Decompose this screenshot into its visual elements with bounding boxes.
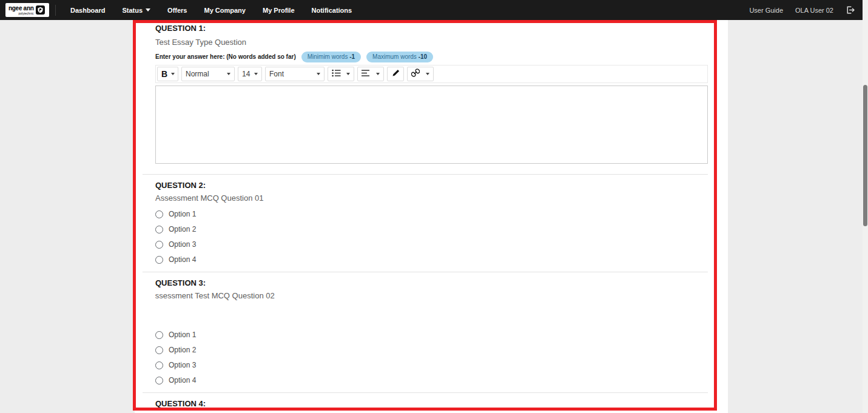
font-family-value: Font — [269, 70, 284, 78]
rich-text-toolbar: B Normal 14 Font — [155, 65, 708, 83]
question-2-options: Option 1 Option 2 Option 3 Option 4 — [155, 210, 707, 264]
nav-item-my-company[interactable]: My Company — [204, 7, 246, 14]
chevron-down-icon — [254, 73, 258, 75]
nav-item-my-company-label: My Company — [204, 7, 246, 14]
nav-item-dashboard[interactable]: Dashboard — [70, 7, 105, 14]
radio-button[interactable] — [155, 256, 163, 264]
question-2-option-4[interactable]: Option 4 — [155, 255, 707, 264]
min-words-badge-label: Minimim words — [308, 53, 349, 60]
assessment-content: QUESTION 1: Test Essay Type Question Ent… — [135, 20, 728, 413]
paragraph-style-value: Normal — [186, 70, 209, 78]
radio-button[interactable] — [155, 361, 163, 369]
question-1-answer-meta: Enter your answer here: (No words added … — [155, 52, 707, 62]
font-size-select[interactable]: 14 — [238, 67, 262, 81]
nav-item-notifications-label: Notifications — [312, 7, 352, 14]
font-size-value: 14 — [242, 70, 250, 78]
username-menu[interactable]: OLA User 02 — [795, 7, 833, 14]
pencil-icon — [392, 69, 400, 79]
option-label: Option 3 — [169, 240, 196, 249]
chevron-down-icon — [317, 73, 320, 75]
max-words-badge-label: Maximum words — [372, 53, 419, 60]
list-button[interactable] — [328, 67, 354, 81]
question-3-option-1[interactable]: Option 1 — [155, 331, 707, 339]
radio-button[interactable] — [155, 346, 163, 354]
link-icon — [411, 69, 420, 79]
list-icon — [332, 69, 341, 79]
vertical-scrollbar[interactable] — [863, 0, 868, 413]
nav-item-my-profile[interactable]: My Profile — [263, 7, 295, 14]
chevron-down-icon — [376, 73, 380, 75]
align-button[interactable] — [357, 67, 384, 81]
user-guide-link[interactable]: User Guide — [749, 7, 783, 14]
link-button[interactable] — [407, 67, 434, 81]
question-1-heading: QUESTION 1: — [155, 24, 707, 33]
chevron-down-icon — [146, 8, 150, 12]
question-2-option-3[interactable]: Option 3 — [155, 240, 707, 249]
question-3-blank-space — [155, 300, 707, 331]
min-words-badge: Minimim words -1 — [301, 52, 361, 62]
assessment-panel: QUESTION 1: Test Essay Type Question Ent… — [135, 20, 728, 413]
np-logo-text: ngee ann polytechnic — [8, 5, 34, 15]
np-logo-line2: polytechnic — [8, 12, 34, 15]
question-3-option-4[interactable]: Option 4 — [155, 376, 707, 384]
question-3-text: Assessment Test MCQ Question 02 — [155, 292, 707, 300]
navbar-right: User Guide OLA User 02 — [749, 5, 855, 15]
radio-button[interactable] — [155, 226, 163, 233]
answer-instruction-label: Enter your answer here: (No words added … — [155, 53, 296, 60]
question-2-heading: QUESTION 2: — [155, 181, 707, 190]
nav-item-offers[interactable]: Offers — [167, 7, 187, 14]
navbar-divider — [55, 5, 56, 16]
option-label: Option 3 — [169, 361, 196, 369]
option-label: Option 1 — [169, 210, 196, 218]
option-label: Option 2 — [169, 225, 196, 233]
pencil-button[interactable] — [387, 67, 404, 81]
paragraph-style-select[interactable]: Normal — [181, 67, 235, 81]
question-2-option-2[interactable]: Option 2 — [155, 225, 707, 233]
radio-button[interactable] — [155, 241, 163, 249]
top-navbar: ngee ann polytechnic Dashboard Status Of… — [0, 0, 868, 20]
max-words-badge: Maximum words -10 — [366, 52, 433, 62]
question-separator — [143, 392, 708, 393]
logout-icon[interactable] — [846, 5, 855, 15]
min-words-badge-value: -1 — [349, 53, 355, 60]
nav-item-notifications[interactable]: Notifications — [312, 7, 352, 14]
radio-button[interactable] — [155, 331, 163, 339]
radio-button[interactable] — [155, 210, 163, 218]
bold-button[interactable]: B — [157, 67, 178, 81]
option-label: Option 2 — [169, 346, 196, 354]
question-3-option-2[interactable]: Option 2 — [155, 346, 707, 354]
nav-item-dashboard-label: Dashboard — [70, 7, 105, 14]
question-4-heading: QUESTION 4: — [155, 400, 707, 408]
bold-button-label: B — [161, 69, 167, 79]
option-label: Option 1 — [169, 331, 196, 339]
navbar-menu: Dashboard Status Offers My Company My Pr… — [70, 7, 352, 14]
radio-button[interactable] — [155, 377, 163, 384]
nav-item-offers-label: Offers — [167, 7, 187, 14]
question-3-heading: QUESTION 3: — [155, 279, 707, 287]
question-separator — [143, 272, 708, 272]
question-3-text-inner: Assessment Test MCQ Question 02 — [155, 292, 275, 300]
max-words-badge-value: -10 — [419, 53, 427, 60]
align-icon — [362, 69, 370, 79]
question-separator — [143, 174, 708, 175]
chevron-down-icon — [171, 73, 175, 75]
question-2-option-1[interactable]: Option 1 — [155, 210, 707, 218]
question-3-option-3[interactable]: Option 3 — [155, 361, 707, 369]
nav-item-status-label: Status — [122, 7, 143, 14]
option-label: Option 4 — [169, 376, 196, 384]
nav-item-status[interactable]: Status — [122, 7, 150, 14]
np-shield-icon — [36, 5, 45, 15]
question-1-text: Test Essay Type Question — [155, 38, 707, 47]
np-logo[interactable]: ngee ann polytechnic — [5, 3, 49, 17]
chevron-down-icon — [426, 73, 429, 75]
chevron-down-icon — [346, 73, 350, 75]
essay-answer-editor[interactable] — [155, 86, 708, 164]
np-logo-line1: ngee ann — [8, 5, 34, 12]
question-3-options: Option 1 Option 2 Option 3 Option 4 — [155, 331, 707, 384]
option-label: Option 4 — [169, 255, 196, 264]
scrollbar-thumb[interactable] — [863, 85, 867, 226]
question-2-text: Assessment MCQ Question 01 — [155, 194, 707, 203]
font-family-select[interactable]: Font — [265, 67, 325, 81]
nav-item-my-profile-label: My Profile — [263, 7, 295, 14]
chevron-down-icon — [227, 73, 230, 75]
